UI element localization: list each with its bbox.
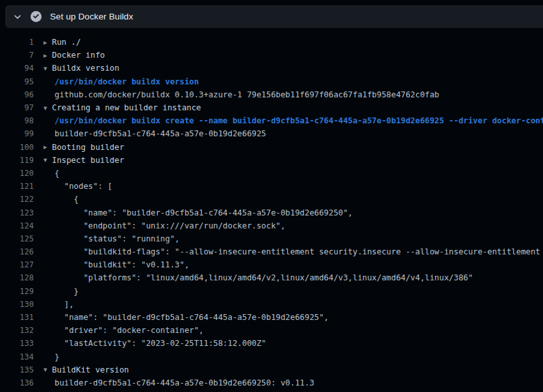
log-line[interactable]: 135 ▾ BuildKit version — [0, 363, 543, 376]
log-line-text: ], — [52, 300, 74, 309]
line-number[interactable]: 130 — [0, 300, 34, 309]
success-check-icon — [22, 11, 42, 22]
line-number[interactable]: 134 — [0, 352, 34, 361]
line-number[interactable]: 7 — [0, 51, 34, 60]
line-number[interactable]: 94 — [0, 64, 34, 73]
log-line-text[interactable]: Inspect builder — [52, 156, 124, 165]
line-number[interactable]: 1 — [0, 38, 34, 47]
line-number[interactable]: 126 — [0, 247, 34, 256]
log-line-text: "buildkit": "v0.11.3", — [52, 260, 189, 269]
log-line-text: "name": "builder-d9cfb5a1-c764-445a-a57e… — [52, 313, 329, 322]
log-line: 98 /usr/bin/docker buildx create --name … — [0, 114, 543, 127]
group-toggle-icon[interactable]: ▾ — [34, 104, 52, 112]
line-number[interactable]: 96 — [0, 90, 34, 99]
group-toggle-icon[interactable]: ▾ — [34, 65, 52, 72]
log-line: 99 builder-d9cfb5a1-c764-445a-a57e-0b19d… — [0, 127, 543, 140]
log-line[interactable]: 7 ▸ Docker info — [0, 49, 543, 62]
line-number[interactable]: 131 — [0, 313, 34, 322]
log-line[interactable]: 1 ▸ Run ./ — [0, 36, 543, 49]
log-line-text[interactable]: BuildKit version — [52, 365, 129, 374]
log-line-text: "name": "builder-d9cfb5a1-c764-445a-a57e… — [52, 208, 353, 217]
log-line-text: "driver": "docker-container", — [52, 326, 204, 335]
log-line: 122 { — [0, 193, 543, 206]
log-line: 128 "platforms": "linux/amd64,linux/amd6… — [0, 271, 543, 284]
log-line: 96 github.com/docker/buildx 0.10.3+azure… — [0, 88, 543, 101]
log-line-text: "lastActivity": "2023-02-25T11:58:12.000… — [52, 339, 266, 348]
log-line[interactable]: 100 ▸ Booting builder — [0, 141, 543, 154]
log-line-text: builder-d9cfb5a1-c764-445a-a57e-0b19d2e6… — [52, 378, 314, 387]
log-line[interactable]: 119 ▾ Inspect builder — [0, 154, 543, 167]
line-number[interactable]: 97 — [0, 103, 34, 112]
log-line-text: { — [52, 195, 79, 204]
group-toggle-icon[interactable]: ▾ — [34, 156, 52, 164]
log-line: 123 "name": "builder-d9cfb5a1-c764-445a-… — [0, 206, 543, 219]
line-number[interactable]: 129 — [0, 287, 34, 296]
log-line-text[interactable]: Docker info — [52, 51, 105, 60]
log-line: 127 "buildkit": "v0.11.3", — [0, 258, 543, 271]
log-line: 131 "name": "builder-d9cfb5a1-c764-445a-… — [0, 311, 543, 324]
line-number[interactable]: 133 — [0, 339, 34, 348]
log-line: 121 "nodes": [ — [0, 180, 543, 193]
log-line-text: } — [52, 352, 59, 361]
log-line-text: } — [52, 287, 79, 296]
log-line: 136 builder-d9cfb5a1-c764-445a-a57e-0b19… — [0, 376, 543, 389]
step-header[interactable]: Set up Docker Buildx — [5, 5, 543, 28]
log-line-text[interactable]: Buildx version — [52, 64, 120, 73]
log-output: 1 ▸ Run ./ 7 ▸ Docker info 94 ▾ Buildx v… — [0, 31, 543, 392]
step-title: Set up Docker Buildx — [50, 12, 133, 21]
line-number[interactable]: 132 — [0, 326, 34, 335]
group-toggle-icon[interactable]: ▾ — [34, 366, 52, 373]
log-line-text[interactable]: Creating a new builder instance — [52, 103, 201, 112]
line-number[interactable]: 100 — [0, 143, 34, 152]
log-line: 133 "lastActivity": "2023-02-25T11:58:12… — [0, 337, 543, 350]
line-number[interactable]: 124 — [0, 221, 34, 230]
log-line: 132 "driver": "docker-container", — [0, 324, 543, 337]
line-number[interactable]: 99 — [0, 129, 34, 138]
log-line-text: { — [52, 169, 59, 178]
chevron-down-icon[interactable] — [13, 12, 22, 21]
log-line: 126 "buildkitd-flags": "--allow-insecure… — [0, 245, 543, 258]
line-number[interactable]: 123 — [0, 208, 34, 217]
log-line[interactable]: 94 ▾ Buildx version — [0, 62, 543, 75]
log-line: 120 { — [0, 167, 543, 180]
line-number[interactable]: 120 — [0, 169, 34, 178]
log-line[interactable]: 97 ▾ Creating a new builder instance — [0, 101, 543, 114]
group-toggle-icon[interactable]: ▸ — [34, 143, 52, 151]
log-line-text: "buildkitd-flags": "--allow-insecure-ent… — [52, 247, 543, 256]
line-number[interactable]: 128 — [0, 273, 34, 282]
log-line-text: /usr/bin/docker buildx create --name bui… — [52, 116, 543, 125]
log-line: 134 } — [0, 350, 543, 363]
log-line: 124 "endpoint": "unix:///var/run/docker.… — [0, 219, 543, 232]
log-line-text: "platforms": "linux/amd64,linux/amd64/v2… — [52, 273, 473, 282]
line-number[interactable]: 135 — [0, 365, 34, 374]
log-line-text: "endpoint": "unix:///var/run/docker.sock… — [52, 221, 285, 230]
line-number[interactable]: 121 — [0, 182, 34, 191]
line-number[interactable]: 125 — [0, 234, 34, 243]
group-toggle-icon[interactable]: ▸ — [34, 39, 52, 46]
line-number[interactable]: 98 — [0, 116, 34, 125]
log-line-text: builder-d9cfb5a1-c764-445a-a57e-0b19d2e6… — [52, 129, 266, 138]
log-line: 95 /usr/bin/docker buildx version — [0, 75, 543, 88]
log-line-text: /usr/bin/docker buildx version — [52, 77, 199, 86]
log-line-text[interactable]: Run ./ — [52, 38, 81, 47]
log-line: 130 ], — [0, 298, 543, 311]
log-line: 125 "status": "running", — [0, 232, 543, 245]
log-line: 129 } — [0, 285, 543, 298]
line-number[interactable]: 122 — [0, 195, 34, 204]
line-number[interactable]: 136 — [0, 378, 34, 387]
line-number[interactable]: 95 — [0, 77, 34, 86]
log-line-text: github.com/docker/buildx 0.10.3+azure-1 … — [52, 90, 439, 99]
line-number[interactable]: 127 — [0, 260, 34, 269]
log-line-text: "status": "running", — [52, 234, 180, 243]
log-line-text[interactable]: Booting builder — [52, 143, 124, 152]
line-number[interactable]: 119 — [0, 156, 34, 165]
log-line-text: "nodes": [ — [52, 182, 112, 191]
group-toggle-icon[interactable]: ▸ — [34, 52, 52, 59]
